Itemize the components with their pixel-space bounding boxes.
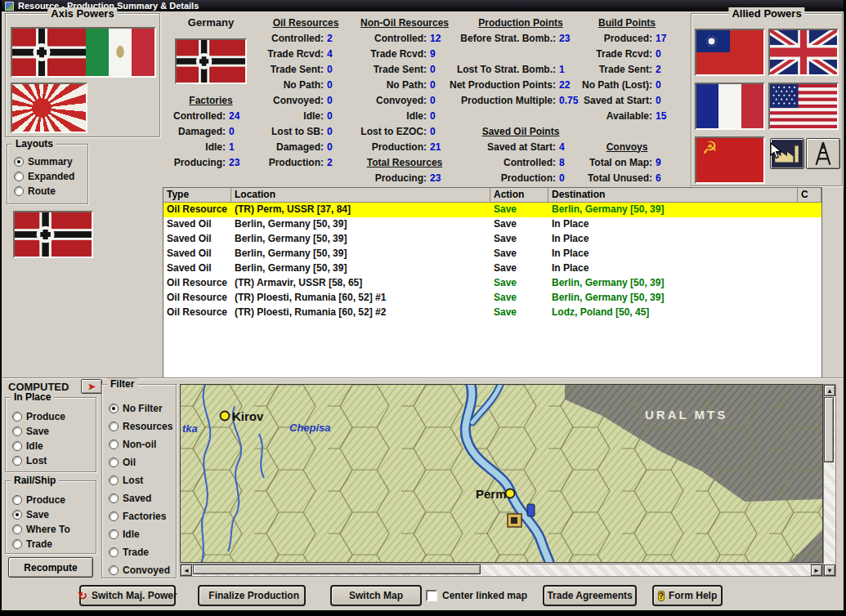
- radio-label: Saved: [123, 493, 151, 504]
- layout-radio-summary[interactable]: Summary: [14, 156, 73, 167]
- rail-ship-radio-where-to[interactable]: Where To: [12, 524, 70, 535]
- filter-radio-resources[interactable]: Resources: [109, 421, 172, 432]
- map-horizontal-scrollbar[interactable]: ◄ ►: [180, 564, 823, 577]
- cell-destination: In Place: [548, 247, 798, 261]
- axis-powers-title: Axis Powers: [47, 7, 117, 20]
- stat-label: Producing:: [375, 172, 427, 184]
- cell-destination: Berlin, Germany [50, 39]: [548, 276, 798, 291]
- city-dot-perm[interactable]: [506, 489, 515, 498]
- factories-header: Factories: [168, 92, 253, 108]
- city-dot-kirov[interactable]: [221, 412, 230, 421]
- in-place-radio-produce[interactable]: Produce: [12, 411, 65, 422]
- scroll-up-button[interactable]: ▲: [824, 385, 835, 396]
- radio-label: Where To: [26, 524, 70, 535]
- table-row[interactable]: Oil Resource (TR) Ploesti, Rumania [60, …: [163, 291, 821, 306]
- table-row[interactable]: Saved Oil Berlin, Germany [50, 39] Save …: [163, 232, 821, 247]
- vscroll-track[interactable]: [824, 396, 835, 565]
- china-flag[interactable]: [695, 29, 765, 76]
- oil-derrick-icon: [808, 140, 839, 167]
- col-header-c[interactable]: C: [798, 188, 821, 203]
- filter-radio-lost[interactable]: Lost: [109, 475, 143, 486]
- japan-flag[interactable]: [11, 83, 87, 133]
- cell-location: Berlin, Germany [50, 39]: [231, 247, 490, 261]
- recompute-button[interactable]: Recompute: [8, 557, 93, 578]
- oil-derrick-button[interactable]: [806, 138, 840, 169]
- scroll-left-button[interactable]: ◄: [181, 565, 192, 576]
- radio-label: Produce: [26, 411, 65, 422]
- italy-flag[interactable]: [86, 29, 154, 76]
- filter-radio-saved[interactable]: Saved: [109, 493, 151, 504]
- finalize-production-button[interactable]: Finalize Production: [198, 585, 306, 606]
- cell-destination: Berlin, Germany [50, 39]: [548, 291, 798, 306]
- filter-radio-convoyed[interactable]: Convoyed: [109, 565, 170, 576]
- france-flag[interactable]: [695, 83, 765, 130]
- recompute-label: Recompute: [24, 562, 77, 574]
- trade-agreements-button[interactable]: Trade Agreements: [543, 585, 637, 606]
- center-linked-map-control: Center linked map: [426, 587, 527, 604]
- in-place-radio-lost[interactable]: Lost: [12, 455, 47, 466]
- form-help-button[interactable]: ? Form Help: [652, 585, 723, 606]
- table-row[interactable]: Oil Resource (TR) Perm, USSR [37, 84] Sa…: [163, 203, 821, 217]
- layout-radio-route[interactable]: Route: [14, 185, 56, 197]
- radio-label: Produce: [26, 494, 65, 506]
- table-row[interactable]: Saved Oil Berlin, Germany [50, 39] Save …: [163, 247, 821, 261]
- center-linked-map-checkbox[interactable]: [426, 590, 437, 601]
- table-row[interactable]: Saved Oil Berlin, Germany [50, 39] Save …: [163, 261, 821, 276]
- radio-icon: [12, 426, 22, 436]
- in-place-radio-idle[interactable]: Idle: [12, 440, 43, 452]
- filter-radio-idle[interactable]: Idle: [109, 529, 140, 540]
- radio-icon: [109, 404, 119, 413]
- table-row[interactable]: Saved Oil Berlin, Germany [50, 39] Save …: [163, 217, 821, 232]
- filter-radio-oil[interactable]: Oil: [109, 457, 136, 468]
- app-icon: [5, 2, 14, 11]
- map-viewport[interactable]: Kirov Perm Chepisa tka URAL MTS: [180, 384, 823, 563]
- in-place-title: In Place: [11, 391, 54, 404]
- in-place-radio-save[interactable]: Save: [12, 426, 49, 437]
- rail-ship-radio-save[interactable]: Save: [12, 509, 49, 520]
- hscroll-track[interactable]: [192, 565, 811, 576]
- map-label-perm: Perm: [476, 487, 507, 501]
- cell-action: Save: [490, 247, 548, 261]
- col-header-destination[interactable]: Destination: [548, 188, 798, 203]
- oil-marker[interactable]: [527, 504, 535, 516]
- radio-label: Save: [26, 426, 49, 437]
- usa-flag[interactable]: [768, 83, 839, 130]
- switch-map-button[interactable]: Switch Map: [330, 585, 422, 606]
- germany-flag[interactable]: [12, 29, 86, 76]
- layout-radio-expanded[interactable]: Expanded: [14, 171, 74, 182]
- rail-ship-radio-trade[interactable]: Trade: [12, 538, 52, 550]
- scroll-down-button[interactable]: ▼: [824, 565, 835, 576]
- col-header-action[interactable]: Action: [490, 188, 548, 203]
- stat-label: Producing:: [174, 157, 226, 168]
- col-header-location[interactable]: Location: [231, 188, 490, 203]
- stat-label: Produced:: [604, 33, 652, 44]
- cell-location: Berlin, Germany [50, 39]: [231, 217, 490, 232]
- filter-radio-no-filter[interactable]: No Filter: [109, 403, 163, 414]
- map-vertical-scrollbar[interactable]: ▲ ▼: [823, 384, 836, 577]
- stat-label: Production:: [269, 157, 324, 168]
- hscroll-thumb[interactable]: [193, 565, 481, 574]
- table-row[interactable]: Oil Resource (TR) Armavir, USSR [58, 65]…: [163, 276, 821, 291]
- factory-view-button[interactable]: [770, 138, 804, 169]
- checkbox-label: Center linked map: [442, 590, 527, 601]
- stat-value: 0: [327, 126, 351, 137]
- rail-ship-radio-produce[interactable]: Produce: [12, 494, 65, 506]
- col-header-type[interactable]: Type: [163, 188, 231, 203]
- computed-arrow-button[interactable]: ➤: [81, 379, 102, 394]
- switch-major-power-button[interactable]: ↻ Switch Maj. Power: [79, 585, 176, 606]
- cell-c: [798, 306, 821, 320]
- stat-label: Trade Sent:: [271, 64, 324, 75]
- filter-radio-non-oil[interactable]: Non-oil: [109, 439, 156, 450]
- allied-powers-panel: Allied Powers ☭: [691, 13, 843, 186]
- filter-radio-factories[interactable]: Factories: [109, 511, 166, 522]
- cell-destination: Berlin, Germany [50, 39]: [548, 203, 798, 217]
- filter-radio-trade[interactable]: Trade: [109, 547, 149, 558]
- radio-label: Resources: [123, 421, 172, 432]
- stat-label: Controlled:: [173, 110, 226, 122]
- vscroll-thumb[interactable]: [824, 397, 834, 462]
- stat-label: Damaged:: [178, 126, 226, 137]
- table-row[interactable]: Oil Resource (TR) Ploesti, Rumania [60, …: [163, 306, 821, 320]
- uk-flag[interactable]: [768, 29, 839, 76]
- ussr-flag[interactable]: ☭: [695, 136, 765, 184]
- scroll-right-button[interactable]: ►: [811, 565, 822, 576]
